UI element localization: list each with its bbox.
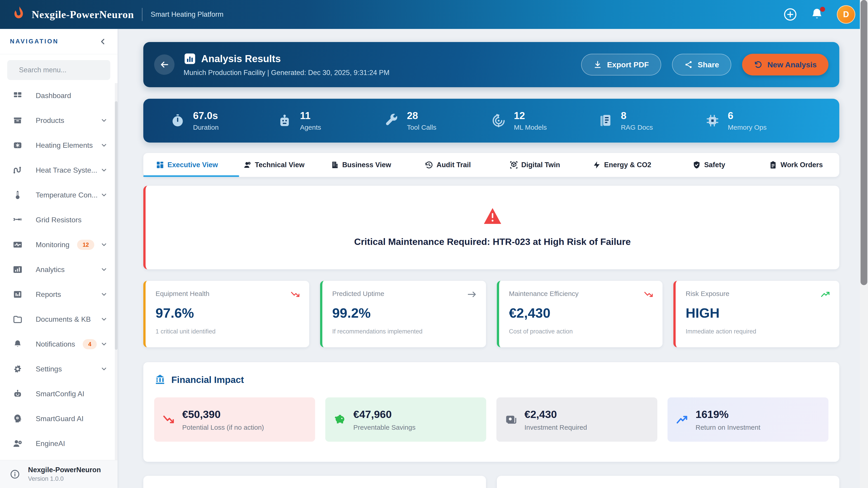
trending-up-icon	[676, 413, 689, 426]
financial-investment-required: €2,430 Investment Required	[496, 397, 657, 442]
view-tabs: Executive View Technical View Business V…	[143, 153, 839, 177]
sidebar-item-grid-resistors[interactable]: Grid Resistors	[0, 207, 118, 232]
add-button[interactable]	[783, 8, 797, 21]
main-content: Analysis Results Munich Production Facil…	[118, 29, 860, 488]
footer-app-name: Nexgile-PowerNeuron	[28, 466, 101, 474]
head-gear-icon	[13, 414, 23, 424]
financial-impact-title: Financial Impact	[171, 375, 244, 385]
sidebar-scrollbar[interactable]	[115, 83, 118, 460]
download-icon	[593, 60, 602, 69]
monitoring-icon	[13, 240, 23, 250]
sidebar-item-smartguard-ai[interactable]: SmartGuard AI	[0, 406, 118, 431]
tab-business-view[interactable]: Business View	[317, 153, 404, 177]
cube-icon	[509, 161, 518, 169]
page-scrollbar[interactable]	[860, 0, 868, 488]
tab-safety[interactable]: Safety	[665, 153, 752, 177]
share-button[interactable]: Share	[672, 54, 732, 75]
model-icon	[491, 113, 506, 128]
new-analysis-button[interactable]: New Analysis	[742, 54, 829, 75]
stat-tool-calls: 28Tool Calls	[384, 110, 491, 131]
sidebar-item-smartconfig-ai[interactable]: SmartConfig AI	[0, 381, 118, 406]
sidebar-item-documents[interactable]: Documents & KB	[0, 307, 118, 332]
robot-icon	[277, 113, 292, 128]
back-button[interactable]	[154, 55, 175, 75]
shield-check-icon	[692, 161, 701, 169]
heater-icon	[13, 140, 23, 150]
notifications-badge: 4	[83, 339, 97, 349]
financial-preventable-savings: €47,960 Preventable Savings	[325, 397, 486, 442]
export-pdf-button[interactable]: Export PDF	[581, 54, 661, 75]
bank-icon	[154, 374, 166, 386]
stat-ml-models: 12ML Models	[491, 110, 598, 131]
chevron-down-icon	[100, 316, 107, 323]
brand-subtitle: Smart Heating Platform	[151, 10, 223, 19]
bolt-icon	[592, 161, 601, 169]
warning-triangle-icon	[484, 208, 501, 224]
chevron-down-icon	[100, 191, 107, 199]
navigation-label: NAVIGATION	[10, 38, 59, 45]
sidebar-item-heating-elements[interactable]: Heating Elements	[0, 133, 118, 158]
metric-maintenance-efficiency: Maintenance Efficiency €2,430 Cost of pr…	[497, 281, 663, 347]
chevron-down-icon	[100, 166, 107, 174]
sidebar-item-heat-trace[interactable]: Heat Trace Syste...	[0, 158, 118, 183]
active-tab-underline	[143, 175, 239, 177]
tab-executive-view[interactable]: Executive View	[143, 153, 230, 177]
engineer-icon	[13, 438, 23, 449]
metric-equipment-health: Equipment Health 97.6% 1 critical unit i…	[143, 281, 309, 347]
financial-potential-loss: €50,390 Potential Loss (if no action)	[154, 397, 315, 442]
info-icon	[10, 469, 20, 479]
chevron-down-icon	[100, 365, 107, 372]
notification-dot	[820, 7, 825, 12]
sidebar-item-dashboard[interactable]: Dashboard	[0, 83, 118, 108]
tab-energy-co2[interactable]: Energy & CO2	[578, 153, 665, 177]
avatar[interactable]: D	[837, 5, 855, 24]
bell-icon	[13, 339, 23, 349]
page-scrollbar-thumb[interactable]	[861, 0, 867, 285]
stat-agents: 11Agents	[277, 110, 384, 131]
tab-technical-view[interactable]: Technical View	[230, 153, 317, 177]
chip-icon	[705, 113, 720, 128]
share-icon	[684, 60, 693, 69]
robot-icon	[13, 389, 23, 399]
chevron-down-icon	[100, 340, 107, 348]
tab-digital-twin[interactable]: Digital Twin	[491, 153, 579, 177]
sidebar-item-engineai[interactable]: EngineAI	[0, 431, 118, 456]
trending-down-icon	[290, 289, 300, 299]
arrow-left-icon	[159, 60, 169, 70]
sidebar-item-notifications[interactable]: Notifications 4	[0, 332, 118, 357]
bottom-card-left	[143, 476, 486, 488]
sidebar-item-analytics[interactable]: Analytics	[0, 257, 118, 282]
tab-audit-trail[interactable]: Audit Trail	[404, 153, 491, 177]
reports-icon	[13, 289, 23, 299]
bottom-card-right	[497, 476, 839, 488]
docs-icon	[598, 113, 613, 128]
sidebar-item-monitoring[interactable]: Monitoring 12	[0, 232, 118, 257]
bottom-cards-row	[143, 476, 839, 488]
sidebar-scrollbar-thumb[interactable]	[115, 101, 118, 350]
flame-logo-icon	[13, 6, 26, 23]
trending-down-icon	[162, 413, 176, 426]
notifications-button[interactable]	[810, 8, 824, 21]
folder-icon	[13, 314, 23, 324]
building-icon	[331, 161, 339, 169]
chevron-down-icon	[100, 117, 107, 124]
sidebar-item-products[interactable]: Products	[0, 108, 118, 133]
piggy-bank-icon	[333, 413, 346, 426]
arrow-right-icon	[467, 289, 477, 299]
chevron-down-icon	[100, 266, 107, 273]
chevron-down-icon	[100, 291, 107, 298]
sidebar-item-reports[interactable]: Reports	[0, 282, 118, 307]
trending-up-icon	[820, 289, 830, 299]
page-subtitle: Munich Production Facility | Generated: …	[184, 69, 390, 77]
sidebar-search[interactable]	[7, 60, 110, 80]
monitoring-badge: 12	[77, 240, 94, 250]
stats-strip: 67.0sDuration 11Agents 28Tool Calls 12ML…	[143, 99, 839, 142]
sidebar-item-settings[interactable]: Settings	[0, 357, 118, 381]
metric-risk-exposure: Risk Exposure HIGH Immediate action requ…	[673, 281, 839, 347]
search-input[interactable]	[19, 66, 109, 74]
sidebar-collapse-button[interactable]	[98, 37, 107, 46]
sidebar: NAVIGATION Dashboard Products Heating El…	[0, 29, 118, 488]
sidebar-item-temperature[interactable]: Temperature Con...	[0, 183, 118, 207]
box-icon	[13, 116, 23, 125]
tab-work-orders[interactable]: Work Orders	[752, 153, 839, 177]
